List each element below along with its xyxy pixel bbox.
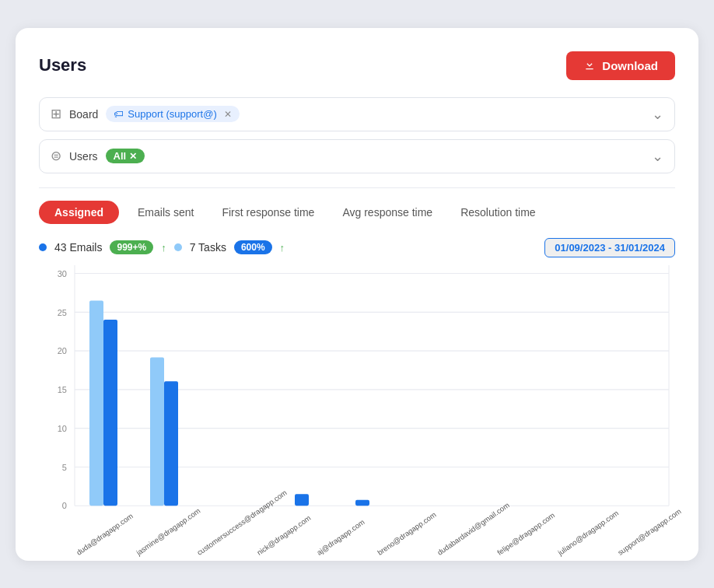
tab-first-response-time[interactable]: First response time <box>208 201 328 224</box>
tab-avg-response-time[interactable]: Avg response time <box>328 201 446 224</box>
svg-text:5: 5 <box>62 462 67 471</box>
board-icon: ⊞ <box>51 106 61 122</box>
tasks-arrow: ↑ <box>280 242 285 254</box>
stats-left: 43 Emails 999+% ↑ 7 Tasks 600% ↑ <box>39 240 285 254</box>
svg-rect-14 <box>89 300 103 506</box>
tasks-count: 7 Tasks <box>190 241 226 254</box>
board-filter-label: Board <box>69 108 98 121</box>
page-title: Users <box>39 55 86 75</box>
users-icon: ⊜ <box>51 148 61 164</box>
page-header: Users Download <box>39 51 675 80</box>
bar-chart: 30 25 20 15 10 5 0 <box>39 265 675 545</box>
download-icon <box>583 59 596 72</box>
tasks-dot <box>174 243 182 251</box>
tasks-badge: 600% <box>234 240 272 254</box>
download-button[interactable]: Download <box>566 51 675 80</box>
users-filter[interactable]: ⊜ Users All ✕ ⌄ <box>39 139 675 173</box>
emails-count: 43 Emails <box>54 241 102 254</box>
divider <box>39 187 675 188</box>
svg-text:20: 20 <box>58 346 67 355</box>
svg-text:15: 15 <box>58 384 67 394</box>
stats-row: 43 Emails 999+% ↑ 7 Tasks 600% ↑ 01/09/2… <box>39 238 675 257</box>
users-chip-close[interactable]: ✕ <box>129 151 137 162</box>
svg-rect-17 <box>164 381 178 506</box>
date-range-button[interactable]: 01/09/2023 - 31/01/2024 <box>544 238 675 257</box>
svg-rect-18 <box>295 494 309 506</box>
svg-rect-15 <box>103 319 117 505</box>
chart-area: 30 25 20 15 10 5 0 <box>39 265 675 545</box>
svg-text:0: 0 <box>62 501 67 510</box>
users-filter-chevron: ⌄ <box>652 148 663 165</box>
tab-emails-sent[interactable]: Emails sent <box>124 201 208 224</box>
svg-rect-19 <box>355 499 369 505</box>
users-chip[interactable]: All ✕ <box>106 149 145 163</box>
board-chip[interactable]: 🏷 Support (support@) ✕ <box>106 106 239 122</box>
emails-arrow: ↑ <box>161 242 166 254</box>
svg-text:10: 10 <box>58 423 67 432</box>
emails-badge: 999+% <box>110 240 153 254</box>
svg-text:25: 25 <box>58 307 67 317</box>
users-filter-label: Users <box>69 150 98 163</box>
x-axis-labels: duda@dragapp.com jasmine@dragapp.com cus… <box>39 545 675 558</box>
board-filter-chevron: ⌄ <box>652 106 663 123</box>
svg-text:30: 30 <box>58 268 67 278</box>
emails-dot <box>39 243 47 251</box>
tab-resolution-time[interactable]: Resolution time <box>446 201 550 224</box>
board-chip-close[interactable]: ✕ <box>224 109 232 120</box>
board-filter[interactable]: ⊞ Board 🏷 Support (support@) ✕ ⌄ <box>39 97 675 131</box>
main-card: Users Download ⊞ Board 🏷 Support (suppor… <box>16 28 698 561</box>
svg-rect-16 <box>150 357 164 506</box>
tabs: Assigned Emails sent First response time… <box>39 201 675 224</box>
tab-assigned[interactable]: Assigned <box>39 201 119 224</box>
